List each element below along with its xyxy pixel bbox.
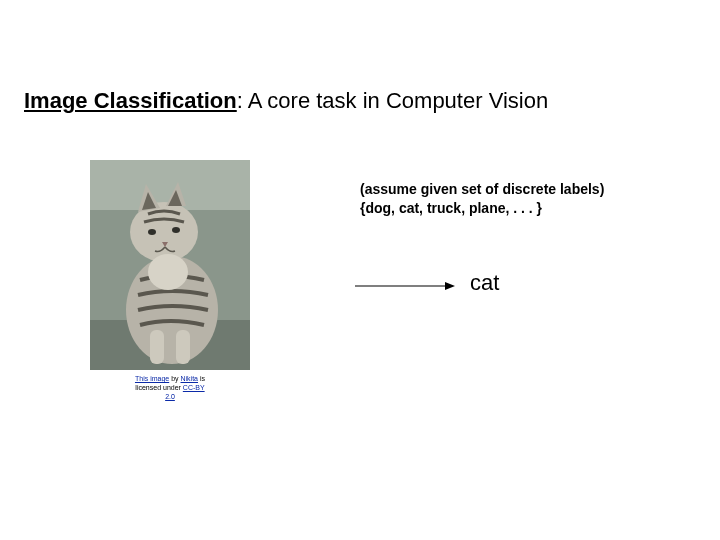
svg-marker-16: [445, 282, 455, 290]
note-line2: {dog, cat, truck, plane, . . . }: [360, 200, 542, 216]
credit-by-word: by: [169, 375, 180, 382]
svg-point-14: [148, 254, 188, 290]
credit-is-word: is: [198, 375, 205, 382]
note-line1: (assume given set of discrete labels): [360, 181, 604, 197]
svg-point-11: [148, 229, 156, 235]
credit-licensed-under: licensed under: [135, 384, 182, 391]
svg-point-12: [172, 227, 180, 233]
slide-title: Image Classification: A core task in Com…: [24, 88, 548, 114]
label-set-note: (assume given set of discrete labels) {d…: [360, 180, 604, 218]
credit-this-image-link[interactable]: This image: [135, 375, 169, 382]
arrow-icon: [355, 279, 455, 293]
image-credit: This image by Nikita is licensed under C…: [130, 375, 210, 401]
svg-rect-4: [150, 330, 164, 364]
title-bold: Image Classification: [24, 88, 237, 113]
result-label: cat: [470, 270, 499, 296]
credit-author-link[interactable]: Nikita: [181, 375, 199, 382]
cat-image: [90, 160, 250, 370]
svg-rect-5: [176, 330, 190, 364]
title-rest: : A core task in Computer Vision: [237, 88, 548, 113]
